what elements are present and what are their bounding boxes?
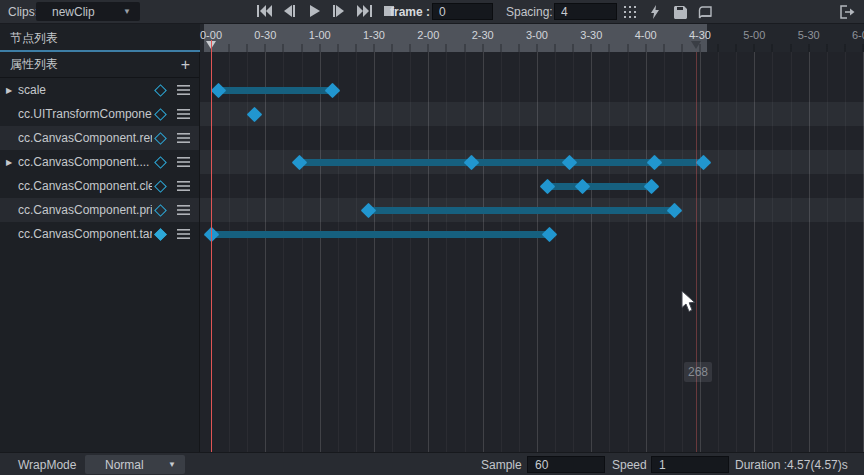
property-list-header: 属性列表 + <box>0 52 199 78</box>
ruler-label: 2-30 <box>472 29 494 41</box>
keyframe-diamond-icon[interactable] <box>154 228 167 241</box>
property-row-label: cc.CanvasComponent.prio... <box>18 203 152 217</box>
property-row[interactable]: cc.CanvasComponent.tar... <box>0 222 199 246</box>
clips-label: Clips: <box>8 5 38 19</box>
keyframe-bar[interactable] <box>548 183 651 190</box>
menu-icon <box>177 229 190 239</box>
menu-icon <box>177 181 190 191</box>
menu-icon <box>177 157 190 167</box>
keyframe-diamond-icon[interactable] <box>154 132 167 145</box>
property-row[interactable]: cc.CanvasComponent.ren... <box>0 126 199 150</box>
play-icon <box>309 5 320 17</box>
skip-to-end-button[interactable] <box>356 3 372 19</box>
keyframe-bar[interactable] <box>300 159 704 166</box>
timeline-area[interactable] <box>200 52 864 452</box>
ruler-label: 6-00 <box>852 29 864 41</box>
playhead-line[interactable] <box>211 40 212 452</box>
frame-input[interactable] <box>432 3 493 20</box>
timeline-ruler[interactable]: 0-000-301-001-302-002-303-003-304-004-30… <box>200 24 864 52</box>
property-row[interactable]: ▶cc.CanvasComponent.... <box>0 150 199 174</box>
property-list-title: 属性列表 <box>10 57 58 71</box>
ruler-label: 5-30 <box>798 29 820 41</box>
row-menu-button[interactable] <box>177 109 190 119</box>
spacing-input[interactable] <box>554 3 617 20</box>
step-back-icon <box>283 5 295 17</box>
row-menu-button[interactable] <box>177 205 190 215</box>
step-forward-icon <box>333 5 345 17</box>
skip-to-end-icon <box>357 5 372 17</box>
expand-arrow-icon[interactable]: ▶ <box>6 158 18 167</box>
node-list-title: 节点列表 <box>10 30 58 47</box>
property-row[interactable]: cc.CanvasComponent.prio... <box>0 198 199 222</box>
drag-position-marker <box>691 41 701 49</box>
ruler-label: 0-30 <box>254 29 276 41</box>
keyframe-diamond-icon[interactable] <box>154 156 167 169</box>
duration-label: Duration :4.57(4.57)s <box>735 458 848 472</box>
step-back-button[interactable] <box>281 3 297 19</box>
snap-grid-button[interactable] <box>622 4 638 20</box>
ruler-label: 3-30 <box>580 29 602 41</box>
keyframe-bar[interactable] <box>218 87 332 94</box>
keyframe-diamond-icon[interactable] <box>154 180 167 193</box>
property-row-label: cc.CanvasComponent.cle... <box>18 179 152 193</box>
menu-icon <box>177 205 190 215</box>
keyframe-bar[interactable] <box>211 231 550 238</box>
property-row-label: cc.CanvasComponent.tar... <box>18 227 152 241</box>
property-rows: ▶scalecc.UITransformComponen...cc.Canvas… <box>0 78 199 246</box>
property-row[interactable]: cc.CanvasComponent.cle... <box>0 174 199 198</box>
wrapmode-select[interactable]: Normal ▼ <box>85 455 185 474</box>
ruler-label: 3-00 <box>526 29 548 41</box>
exit-panel-icon <box>839 5 855 19</box>
clip-select-value: newClip <box>52 5 95 19</box>
ruler-label: 1-00 <box>309 29 331 41</box>
row-menu-button[interactable] <box>177 157 190 167</box>
property-row-label: cc.UITransformComponen... <box>18 107 152 121</box>
save-icon <box>674 6 687 19</box>
timeline-grid <box>200 52 864 452</box>
ruler-label: 4-30 <box>689 29 711 41</box>
snap-grid-icon <box>624 6 637 19</box>
skip-to-start-button[interactable] <box>256 3 272 19</box>
row-menu-button[interactable] <box>177 85 190 95</box>
property-row-label: cc.CanvasComponent.... <box>18 155 152 169</box>
ruler-label: 5-00 <box>743 29 765 41</box>
node-list-header: 节点列表 <box>0 24 200 52</box>
keyframe-diamond-icon[interactable] <box>154 204 167 217</box>
keyframe-bar[interactable] <box>369 207 675 214</box>
keyframe-diamond-icon[interactable] <box>154 108 167 121</box>
spacing-label: Spacing: <box>506 5 553 19</box>
drag-frame-tooltip: 268 <box>684 362 712 382</box>
property-row[interactable]: ▶scale <box>0 78 199 102</box>
row-menu-button[interactable] <box>177 229 190 239</box>
sample-input[interactable] <box>527 456 605 473</box>
keyframe-diamond-icon[interactable] <box>154 84 167 97</box>
menu-icon <box>177 85 190 95</box>
speed-input[interactable] <box>651 456 729 473</box>
add-property-button[interactable]: + <box>181 52 190 77</box>
row-menu-button[interactable] <box>177 181 190 191</box>
property-sidebar: 属性列表 + ▶scalecc.UITransformComponen...cc… <box>0 52 200 452</box>
library-icon <box>698 6 713 19</box>
animation-editor-panel: Clips: newClip ▼ frame : <box>0 0 864 475</box>
save-button[interactable] <box>672 4 688 20</box>
expand-arrow-icon[interactable]: ▶ <box>6 86 18 95</box>
library-button[interactable] <box>697 4 713 20</box>
menu-icon <box>177 109 190 119</box>
property-row-label: cc.CanvasComponent.ren... <box>18 131 152 145</box>
status-bar: WrapMode Normal ▼ Sample Speed Duration … <box>0 452 864 475</box>
row-menu-button[interactable] <box>177 133 190 143</box>
exit-panel-button[interactable] <box>838 4 856 20</box>
drag-position-line <box>696 52 697 452</box>
wrapmode-select-value: Normal <box>105 458 144 472</box>
flash-button[interactable] <box>647 4 663 20</box>
play-button[interactable] <box>306 3 322 19</box>
clip-select[interactable]: newClip ▼ <box>36 2 140 21</box>
property-row-label: scale <box>18 83 152 97</box>
step-forward-button[interactable] <box>331 3 347 19</box>
ruler-label: 4-00 <box>635 29 657 41</box>
ruler-label: 2-00 <box>417 29 439 41</box>
property-row[interactable]: cc.UITransformComponen... <box>0 102 199 126</box>
wrapmode-label: WrapMode <box>18 458 76 472</box>
playback-controls <box>256 3 397 19</box>
frame-label: frame : <box>390 5 430 19</box>
